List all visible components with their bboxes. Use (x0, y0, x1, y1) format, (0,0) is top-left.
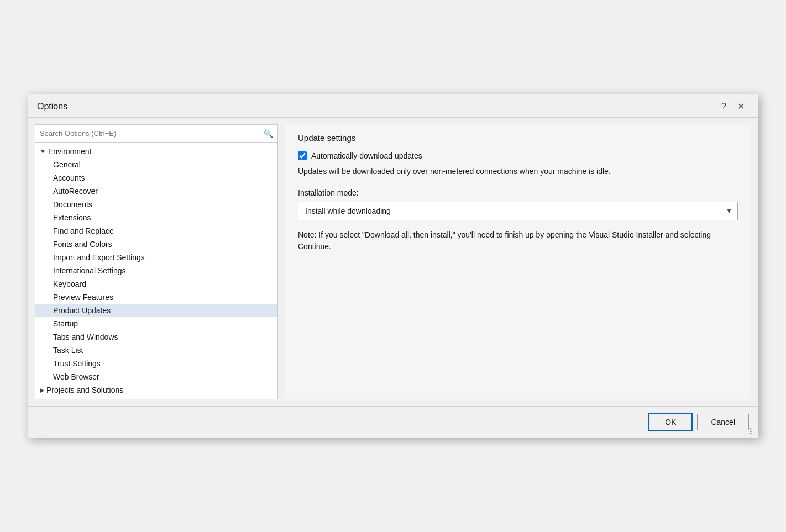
tree-item-task-list[interactable]: Task List (35, 344, 277, 357)
installation-mode-wrapper: Install while downloading Download all, … (298, 202, 738, 220)
search-box: 🔍 (35, 125, 277, 143)
tree-label-fonts-colors: Fonts and Colors (53, 240, 112, 249)
tree-label-startup: Startup (53, 319, 78, 328)
auto-download-checkbox[interactable] (298, 151, 307, 160)
tree-area: ▼ Environment General Accounts AutoRecov… (35, 143, 277, 399)
tree-item-autorecover[interactable]: AutoRecover (35, 185, 277, 198)
tree-label-keyboard: Keyboard (53, 280, 86, 288)
tree-label-preview-features: Preview Features (53, 293, 113, 302)
tree-item-accounts[interactable]: Accounts (35, 171, 277, 185)
tree-label-web-browser: Web Browser (53, 372, 99, 381)
tree-item-web-browser[interactable]: Web Browser (35, 370, 277, 383)
note-text: Note: If you select "Download all, then … (298, 229, 738, 252)
tree-label-environment: Environment (48, 147, 92, 156)
help-button[interactable]: ? (717, 100, 731, 113)
dialog-title: Options (37, 102, 67, 112)
tree-item-extensions[interactable]: Extensions (35, 211, 277, 224)
tree-item-startup[interactable]: Startup (35, 317, 277, 330)
resize-grip: ⣿ (749, 428, 754, 434)
title-bar: Options ? ✕ (28, 94, 758, 118)
tree-label-accounts: Accounts (53, 173, 85, 182)
tree-item-tabs-windows[interactable]: Tabs and Windows (35, 330, 277, 344)
section-title: Update settings (298, 133, 738, 143)
tree-label-tabs-windows: Tabs and Windows (53, 333, 118, 341)
tree-label-documents: Documents (53, 200, 92, 209)
cancel-button[interactable]: Cancel (697, 414, 749, 430)
tree-label-task-list: Task List (53, 346, 83, 355)
tree-label-extensions: Extensions (53, 213, 91, 222)
auto-download-label: Automatically download updates (311, 151, 422, 160)
search-input[interactable] (40, 127, 264, 140)
tree-item-environment[interactable]: ▼ Environment (35, 145, 277, 158)
tree-item-keyboard[interactable]: Keyboard (35, 277, 277, 291)
tree-label-find-replace: Find and Replace (53, 227, 114, 235)
tree-item-projects[interactable]: ▶ Projects and Solutions (35, 383, 277, 397)
options-dialog: Options ? ✕ 🔍 ▼ Environment (28, 94, 758, 438)
tree-item-general[interactable]: General (35, 158, 277, 171)
right-panel: Update settings Automatically download u… (285, 124, 751, 399)
tree-label-general: General (53, 160, 81, 169)
expand-icon-projects: ▶ (40, 387, 44, 394)
tree-item-product-updates[interactable]: Product Updates (35, 304, 277, 317)
installation-mode-select[interactable]: Install while downloading Download all, … (298, 202, 738, 220)
dialog-body: 🔍 ▼ Environment General Accounts (28, 118, 758, 406)
tree-item-trust-settings[interactable]: Trust Settings (35, 357, 277, 370)
tree-item-international[interactable]: International Settings (35, 264, 277, 277)
tree-label-import-export: Import and Export Settings (53, 253, 145, 262)
tree-label-autorecover: AutoRecover (53, 187, 98, 196)
left-panel: 🔍 ▼ Environment General Accounts (35, 124, 278, 399)
tree-label-trust-settings: Trust Settings (53, 359, 101, 368)
checkbox-row: Automatically download updates (298, 151, 738, 160)
tree-label-product-updates: Product Updates (53, 306, 111, 315)
tree-item-find-replace[interactable]: Find and Replace (35, 224, 277, 238)
tree-label-international: International Settings (53, 266, 126, 275)
close-button[interactable]: ✕ (733, 100, 749, 113)
search-icon[interactable]: 🔍 (264, 129, 273, 138)
expand-icon-environment: ▼ (40, 148, 46, 155)
section-title-text: Update settings (298, 133, 355, 143)
tree-label-projects: Projects and Solutions (46, 386, 123, 394)
installation-mode-label: Installation mode: (298, 188, 738, 197)
tree-item-fonts-colors[interactable]: Fonts and Colors (35, 238, 277, 251)
title-actions: ? ✕ (717, 100, 749, 113)
ok-button[interactable]: OK (648, 413, 693, 431)
dialog-footer: OK Cancel (28, 406, 758, 438)
tree-item-preview-features[interactable]: Preview Features (35, 291, 277, 304)
tree-item-import-export[interactable]: Import and Export Settings (35, 251, 277, 264)
tree-item-documents[interactable]: Documents (35, 198, 277, 211)
description-text: Updates will be downloaded only over non… (298, 166, 685, 177)
